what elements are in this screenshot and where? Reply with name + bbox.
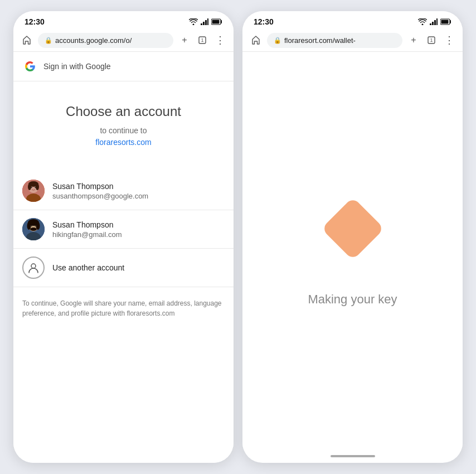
account-info-1: Susan Thompson susanthompson@google.com — [52, 182, 148, 200]
another-account-text: Use another account — [52, 263, 124, 272]
svg-rect-5 — [212, 20, 220, 24]
avatar-1 — [22, 180, 45, 202]
signal-icon — [201, 18, 208, 25]
svg-text:1: 1 — [201, 37, 203, 43]
url-text-right: floraresort.com/wallet- — [284, 36, 396, 45]
google-header: Sign in with Google — [13, 52, 234, 81]
status-time-left: 12:30 — [25, 17, 45, 26]
account-item-2[interactable]: Susan Thompson hikingfan@gmail.com — [13, 210, 234, 249]
url-bar-right[interactable]: 🔒 floraresort.com/wallet- — [267, 33, 402, 48]
new-tab-button-right[interactable]: + — [406, 32, 421, 48]
account-email-2: hikingfan@gmail.com — [52, 230, 122, 239]
account-email-1: susanthompson@google.com — [52, 192, 148, 200]
svg-rect-30 — [434, 20, 436, 25]
home-button-right[interactable] — [248, 32, 264, 48]
signal-icon-right — [430, 18, 438, 25]
battery-icon-right — [440, 18, 451, 25]
wifi-icon-right — [418, 18, 427, 25]
google-header-text: Sign in with Google — [43, 62, 111, 71]
another-account-item[interactable]: Use another account — [13, 249, 234, 287]
status-icons-left — [189, 18, 222, 25]
making-key-text: Making your key — [308, 292, 397, 307]
another-account-icon — [22, 257, 45, 279]
browser-actions-right: + 1 ⋮ — [406, 32, 457, 48]
google-logo — [22, 59, 38, 74]
home-button-left[interactable] — [19, 32, 35, 48]
status-bar-right: 12:30 — [242, 11, 463, 29]
battery-icon — [211, 18, 222, 25]
svg-rect-0 — [201, 23, 202, 25]
bottom-bar — [242, 449, 463, 463]
svg-point-27 — [31, 264, 36, 268]
account-name-2: Susan Thompson — [52, 220, 122, 229]
phone-right: 12:30 — [242, 11, 463, 463]
svg-point-26 — [30, 228, 37, 231]
browser-actions-left: + 1 ⋮ — [177, 32, 228, 48]
account-item-1[interactable]: Susan Thompson susanthompson@google.com — [13, 172, 234, 210]
privacy-notice: To continue, Google will share your name… — [13, 287, 234, 330]
svg-point-16 — [28, 183, 31, 190]
account-info-2: Susan Thompson hikingfan@gmail.com — [52, 220, 122, 239]
new-tab-button-left[interactable]: + — [177, 32, 192, 48]
svg-text:1: 1 — [430, 37, 433, 43]
svg-rect-29 — [432, 22, 434, 25]
tabs-button-right[interactable]: 1 — [424, 32, 439, 48]
svg-point-17 — [36, 183, 39, 190]
wifi-icon — [189, 18, 198, 25]
tabs-button-left[interactable]: 1 — [195, 32, 210, 48]
url-text-left: accounts.google.com/o/ — [55, 36, 167, 45]
svg-rect-33 — [441, 20, 449, 24]
lock-icon-right: 🔒 — [274, 37, 281, 44]
status-icons-right — [418, 18, 451, 25]
continue-text: to continue to — [25, 126, 222, 135]
account-name-1: Susan Thompson — [52, 182, 148, 191]
svg-rect-2 — [205, 20, 207, 25]
avatar-2 — [22, 218, 45, 240]
page-content-left: Sign in with Google Choose an account to… — [13, 52, 234, 463]
svg-rect-1 — [203, 22, 205, 25]
choose-account-section: Choose an account to continue to florare… — [13, 81, 234, 158]
bottom-pill — [331, 455, 375, 457]
browser-bar-left: 🔒 accounts.google.com/o/ + 1 ⋮ — [13, 29, 234, 52]
phone-left: 12:30 — [13, 11, 234, 463]
status-bar-left: 12:30 — [13, 11, 234, 29]
more-button-left[interactable]: ⋮ — [212, 32, 228, 48]
accounts-list: Susan Thompson susanthompson@google.com — [13, 172, 234, 287]
status-time-right: 12:30 — [254, 17, 274, 26]
choose-account-title: Choose an account — [25, 104, 222, 119]
svg-rect-28 — [430, 23, 431, 25]
diamond-shape — [319, 195, 386, 264]
site-link[interactable]: floraresorts.com — [95, 138, 151, 147]
svg-rect-31 — [436, 18, 438, 25]
making-key-page: Making your key — [242, 52, 463, 449]
svg-rect-3 — [207, 18, 208, 25]
url-bar-left[interactable]: 🔒 accounts.google.com/o/ — [38, 33, 173, 48]
svg-rect-36 — [321, 197, 384, 260]
browser-bar-right: 🔒 floraresort.com/wallet- + 1 ⋮ — [242, 29, 463, 52]
more-button-right[interactable]: ⋮ — [441, 32, 457, 48]
lock-icon-left: 🔒 — [45, 37, 52, 44]
